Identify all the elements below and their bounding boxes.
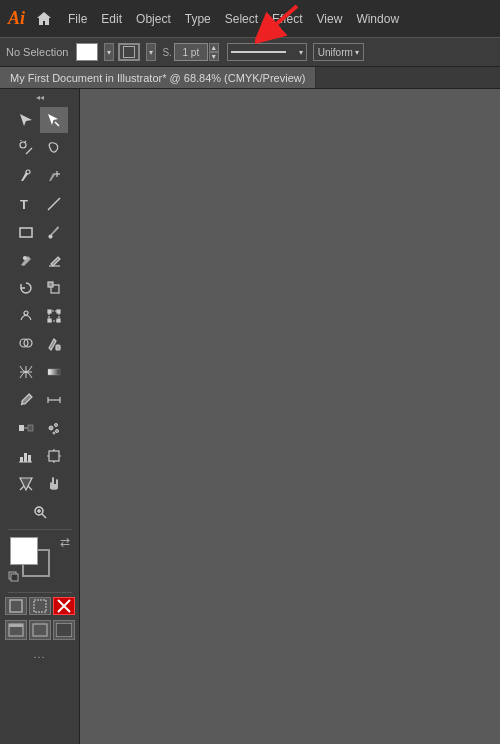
app-logo: Ai	[4, 8, 29, 29]
fill-color-swatch[interactable]	[76, 43, 98, 61]
warp-tool-button[interactable]	[12, 303, 40, 329]
svg-point-6	[26, 170, 30, 174]
tool-row-graph	[0, 443, 79, 469]
screen-full-no-menu-button[interactable]	[29, 620, 51, 640]
menu-view[interactable]: View	[310, 8, 350, 30]
menu-window[interactable]: Window	[349, 8, 406, 30]
rectangle-tool-button[interactable]	[12, 219, 40, 245]
document-tab[interactable]: My First Document in Illustrator* @ 68.8…	[0, 67, 316, 88]
more-tools-label: ...	[33, 648, 45, 660]
fill-dropdown[interactable]: ▾	[104, 43, 114, 61]
rotate-tool-button[interactable]	[12, 275, 40, 301]
svg-rect-40	[20, 457, 23, 462]
magic-wand-tool-button[interactable]	[12, 135, 40, 161]
artboard-tool-button[interactable]	[40, 443, 68, 469]
gradient-tool-button[interactable]	[40, 359, 68, 385]
draw-normal-button[interactable]	[5, 597, 27, 615]
tool-row-warp	[0, 303, 79, 329]
tool-row-rect	[0, 219, 79, 245]
svg-line-10	[48, 198, 60, 210]
stroke-dropdown[interactable]: ▾	[146, 43, 156, 61]
pen-tool-button[interactable]	[12, 163, 40, 189]
stroke-weight-input[interactable]	[174, 43, 208, 61]
svg-rect-54	[11, 574, 18, 581]
eyedropper-tool-button[interactable]	[12, 387, 40, 413]
column-graph-tool-button[interactable]	[12, 443, 40, 469]
free-transform-tool-button[interactable]	[40, 303, 68, 329]
svg-rect-42	[28, 455, 31, 462]
selection-tool-button[interactable]	[12, 107, 40, 133]
svg-point-12	[49, 235, 52, 238]
scale-tool-button[interactable]	[40, 275, 68, 301]
more-tools-button[interactable]: ...	[33, 648, 45, 660]
profile-dropdown-arrow-icon: ▾	[355, 48, 359, 57]
shape-builder-tool-button[interactable]	[12, 331, 40, 357]
svg-rect-61	[33, 624, 47, 636]
menu-file[interactable]: File	[61, 8, 94, 30]
svg-point-38	[55, 430, 58, 433]
tab-bar: My First Document in Illustrator* @ 68.8…	[0, 67, 500, 89]
svg-rect-56	[34, 600, 46, 612]
add-anchor-tool-button[interactable]	[40, 163, 68, 189]
svg-rect-28	[48, 369, 60, 375]
stroke-weight-label: S.	[162, 47, 171, 58]
svg-point-3	[20, 142, 26, 148]
screen-full-button[interactable]	[53, 620, 75, 640]
svg-rect-55	[10, 600, 22, 612]
tool-row-wand	[0, 135, 79, 161]
eraser-tool-button[interactable]	[40, 247, 68, 273]
svg-rect-20	[57, 310, 60, 313]
screen-normal-button[interactable]	[5, 620, 27, 640]
tool-row-pen	[0, 163, 79, 189]
symbol-sprayer-tool-button[interactable]	[40, 415, 68, 441]
pencil-tool-button[interactable]	[12, 247, 40, 273]
menu-select[interactable]: Select	[218, 8, 265, 30]
line-tool-button[interactable]	[40, 191, 68, 217]
direct-selection-tool-button[interactable]	[40, 107, 68, 133]
svg-rect-16	[48, 282, 53, 287]
draw-inside-button[interactable]	[53, 597, 75, 615]
svg-rect-44	[49, 451, 59, 461]
stroke-decrease[interactable]: ▼	[209, 52, 219, 61]
fill-stroke-section: ⇄	[6, 535, 74, 587]
swap-colors-button[interactable]: ⇄	[60, 535, 70, 549]
menu-type[interactable]: Type	[178, 8, 218, 30]
profile-dropdown[interactable]: Uniform ▾	[313, 43, 364, 61]
zoom-tool-button[interactable]	[26, 499, 54, 525]
panel-collapse-arrows[interactable]: ◂◂	[36, 93, 44, 103]
svg-point-36	[49, 426, 53, 430]
svg-rect-21	[48, 319, 51, 322]
reset-colors-button[interactable]	[8, 571, 20, 585]
svg-point-17	[24, 311, 28, 315]
fill-swatch[interactable]	[10, 537, 38, 565]
slice-tool-button[interactable]	[12, 471, 40, 497]
menu-object[interactable]: Object	[129, 8, 178, 30]
line-style-dropdown[interactable]: ▾	[227, 43, 307, 61]
screen-modes-row	[5, 620, 75, 640]
home-button[interactable]	[31, 6, 57, 32]
stroke-spinner[interactable]: ▲ ▼	[209, 43, 219, 61]
hand-tool-button[interactable]	[40, 471, 68, 497]
tool-row-blend	[0, 415, 79, 441]
svg-rect-22	[57, 319, 60, 322]
lasso-tool-button[interactable]	[40, 135, 68, 161]
stroke-color-swatch[interactable]	[118, 43, 140, 61]
svg-rect-62	[56, 623, 72, 637]
canvas-area[interactable]	[80, 89, 500, 744]
tool-separator-1	[8, 529, 72, 530]
blend-tool-button[interactable]	[12, 415, 40, 441]
live-paint-tool-button[interactable]	[40, 331, 68, 357]
svg-point-39	[53, 432, 55, 434]
main-area: ◂◂	[0, 89, 500, 744]
draw-behind-button[interactable]	[29, 597, 51, 615]
type-tool-button[interactable]: T	[12, 191, 40, 217]
paintbrush-tool-button[interactable]	[40, 219, 68, 245]
measure-tool-button[interactable]	[40, 387, 68, 413]
svg-point-37	[54, 424, 57, 427]
mesh-tool-button[interactable]	[12, 359, 40, 385]
tool-row-zoom	[0, 499, 79, 525]
tool-row-type: T	[0, 191, 79, 217]
menu-edit[interactable]: Edit	[94, 8, 129, 30]
menu-effect[interactable]: Effect	[265, 8, 309, 30]
stroke-increase[interactable]: ▲	[209, 43, 219, 52]
